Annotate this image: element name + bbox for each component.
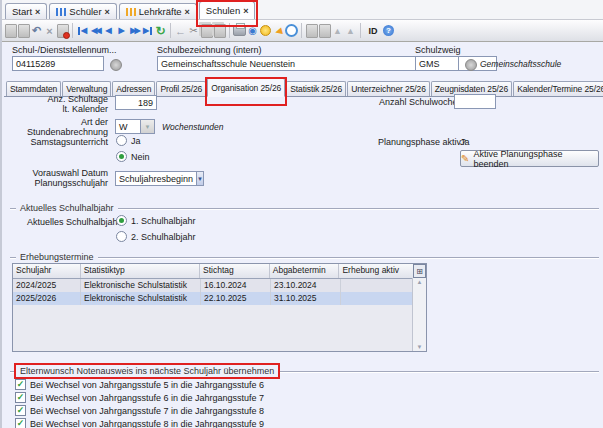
group-line [10,257,16,258]
upload-button[interactable]: ▲ [331,22,344,39]
tab-profil[interactable]: Profil 25/26 [156,81,206,96]
copy-button[interactable] [200,22,213,39]
close-icon[interactable]: × [105,7,110,17]
cell-erhebung-aktiv [341,279,415,292]
preview-button[interactable]: ◉ [246,22,259,39]
save-button[interactable] [17,22,30,39]
reminder-button[interactable] [285,22,298,39]
next-record-button[interactable]: ▶ [115,22,128,39]
import-icon [319,24,331,38]
undo-button[interactable]: ↶ [30,22,43,39]
end-planning-phase-button[interactable]: ✎ Aktive Planungsphase beenden [460,150,599,167]
help-button[interactable]: ? [382,22,395,39]
column-header[interactable]: Abgabetermin [270,264,340,278]
hours-mode-combo[interactable]: W ▼ [115,119,155,134]
table-row[interactable]: 2024/2025 Elektronische Schulstatistik 1… [13,279,426,292]
checkbox-row-7-8[interactable]: ✓ Bei Wechsel von Jahrgangsstufe 7 in di… [15,405,264,416]
print-button[interactable] [233,22,246,39]
announce-button[interactable]: ◀ [272,22,285,39]
radio-icon-selected[interactable] [116,151,127,162]
checkbox-checked[interactable]: ✓ [15,392,26,403]
close-icon[interactable]: × [35,7,40,17]
saturday-option-nein[interactable]: Nein [116,151,150,162]
radio-icon-selected[interactable] [116,215,127,226]
id-button[interactable]: ID [364,22,382,39]
last-record-button[interactable]: ▶ [141,22,154,39]
column-header[interactable]: Schuljahr [13,264,81,278]
checkbox-checked[interactable]: ✓ [15,379,26,390]
checkbox-row-8-9[interactable]: ✓ Bei Wechsel von Jahrgangsstufe 8 in di… [15,418,264,428]
cell-stichtag: 22.10.2025 [201,292,271,305]
saturday-option-ja[interactable]: Ja [116,135,141,146]
scroll-down-icon[interactable]: ▼ [413,344,426,350]
tab-statistik[interactable]: Statistik 25/26 [286,81,346,96]
half-year-group-header: Aktuelles Schulhalbjahr [10,203,599,213]
tab-kalender-termine[interactable]: Kalender/Termine 25/26 [513,81,603,96]
radio-icon[interactable] [116,231,127,242]
preselect-date-combo[interactable]: Schuljahresbeginn ▼ [115,171,203,186]
undo-icon: ↶ [32,24,41,37]
fast-prev-button[interactable]: ◀◀ [89,22,102,39]
radio-icon[interactable] [116,135,127,146]
checkbox-label: Bei Wechsel von Jahrgangsstufe 8 in die … [30,419,264,428]
group-line [278,371,599,372]
column-config-button[interactable]: ⊞ [413,264,426,278]
tab-adressen[interactable]: Adressen [112,81,155,96]
tab-label: Unterzeichner 25/26 [351,84,426,94]
lookup-circle-icon[interactable] [110,59,122,71]
fast-next-button[interactable]: ▶▶ [128,22,141,39]
tab-start[interactable]: Start × [5,3,47,19]
checkbox-checked[interactable]: ✓ [15,418,26,428]
table-row-selected[interactable]: 2025/2026 Elektronische Schulstatistik 2… [13,292,426,305]
paste-icon [214,24,226,38]
school-weeks-label: Anzahl Schulwochen [379,97,463,107]
new-record-button[interactable] [4,22,17,39]
half-year-option-1[interactable]: 1. Schulhalbjahr [116,215,196,226]
school-weeks-input[interactable] [454,94,496,109]
hint-button[interactable] [259,22,272,39]
export-button[interactable] [305,22,318,39]
column-header[interactable]: Erhebung aktiv [339,264,413,278]
refresh-button[interactable]: ↻ [154,22,167,39]
tab-label: Schüler [69,6,101,17]
paste-button[interactable] [213,22,226,39]
scroll-up-icon[interactable]: ▲ [413,279,426,285]
school-number-input[interactable]: 04115289 [12,56,104,71]
prev-record-button[interactable]: ◀ [102,22,115,39]
tab-lehrkraefte[interactable]: Lehrkräfte × [119,3,197,19]
cut-button[interactable]: ✂ [187,22,200,39]
tab-label: Organisation 25/26 [211,83,281,93]
school-days-input[interactable]: 189 [115,95,157,110]
group-line [10,208,16,209]
upload2-button[interactable]: ▲ [344,22,357,39]
up-arrow-icon: ▲ [346,26,355,36]
back-button[interactable]: ← [174,22,187,39]
school-number-label: Schul-/Dienststellennum... [12,45,117,55]
column-header[interactable]: Statistiktyp [81,264,200,278]
delete-button[interactable]: × [43,22,56,39]
school-branch-input[interactable]: GMS [415,56,459,71]
last-record-icon: ▶ [143,27,152,35]
first-record-button[interactable]: ◀ [76,22,89,39]
column-header[interactable]: Stichtag [200,264,270,278]
checkbox-row-5-6[interactable]: ✓ Bei Wechsel von Jahrgangsstufe 5 in di… [15,379,264,390]
edit-form-button[interactable] [56,22,69,39]
half-year-option-2[interactable]: 2. Schulhalbjahr [116,231,196,242]
tab-schueler[interactable]: Schüler × [49,3,116,19]
cell-statistiktyp: Elektronische Schulstatistik [81,292,201,305]
checkbox-checked[interactable]: ✓ [15,405,26,416]
tab-schulen[interactable]: Schulen × [199,1,256,19]
tab-unterzeichner[interactable]: Unterzeichner 25/26 [347,81,430,96]
checkbox-row-6-7[interactable]: ✓ Bei Wechsel von Jahrgangsstufe 6 in di… [15,392,264,403]
label-line: Anz. Schultage [10,94,108,104]
lookup-circle-icon[interactable] [465,59,477,71]
table-scrollbar[interactable]: ▲ ▼ [412,278,426,351]
checkbox-label: Bei Wechsel von Jahrgangsstufe 6 in die … [30,393,264,403]
tab-organisation[interactable]: Organisation 25/26 [207,78,285,97]
chevron-down-icon[interactable]: ▼ [140,119,155,134]
combo-value: W [115,119,140,134]
chevron-down-icon[interactable]: ▼ [196,171,204,186]
close-icon[interactable]: × [185,7,190,17]
import-button[interactable] [318,22,331,39]
close-icon[interactable]: × [243,6,248,16]
